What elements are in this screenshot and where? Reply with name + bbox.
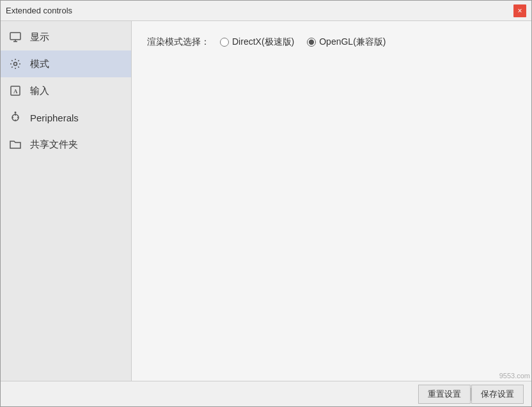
title-bar: Extended controls × (1, 1, 531, 21)
close-button[interactable]: × (513, 4, 526, 17)
svg-point-3 (14, 63, 17, 66)
save-button[interactable]: 保存设置 (471, 385, 524, 404)
watermark: 9553.com (499, 372, 530, 380)
sidebar-label-input: 输入 (30, 85, 49, 97)
peripherals-icon (8, 111, 22, 125)
radio-option-directx[interactable]: DirectX(极速版) (220, 36, 294, 48)
radio-opengl[interactable] (307, 38, 316, 47)
monitor-icon (8, 30, 22, 44)
radio-opengl-label: OpenGL(兼容版) (319, 36, 386, 48)
radio-directx-label: DirectX(极速版) (232, 36, 294, 48)
svg-point-7 (15, 112, 17, 114)
main-panel: 渲染模式选择： DirectX(极速版) OpenGL(兼容版) 9553.co… (132, 21, 531, 381)
sidebar-item-mode[interactable]: 模式 (1, 50, 131, 77)
sidebar-item-display[interactable]: 显示 (1, 24, 131, 50)
radio-option-opengl[interactable]: OpenGL(兼容版) (307, 36, 386, 48)
radio-directx[interactable] (220, 38, 229, 47)
sidebar-label-peripherals: Peripherals (30, 112, 79, 123)
svg-text:A: A (13, 88, 18, 95)
sidebar-label-mode: 模式 (30, 58, 49, 70)
reset-button[interactable]: 重置设置 (418, 385, 471, 404)
sidebar-item-input[interactable]: A 输入 (1, 77, 131, 104)
sidebar-item-peripherals[interactable]: Peripherals (1, 104, 131, 131)
sidebar-label-display: 显示 (30, 31, 49, 43)
svg-rect-0 (10, 33, 20, 40)
footer: 重置设置 保存设置 (1, 381, 531, 406)
window-title: Extended controls (6, 6, 72, 15)
gear-icon (8, 57, 22, 71)
input-icon: A (8, 84, 22, 98)
sidebar-label-shared-folder: 共享文件夹 (30, 139, 78, 151)
extended-controls-window: Extended controls × 显示 (0, 0, 532, 407)
sidebar-item-shared-folder[interactable]: 共享文件夹 (1, 131, 131, 158)
folder-icon (8, 137, 22, 151)
render-mode-row: 渲染模式选择： DirectX(极速版) OpenGL(兼容版) (147, 36, 516, 48)
render-mode-label: 渲染模式选择： (147, 36, 210, 48)
render-mode-radio-group: DirectX(极速版) OpenGL(兼容版) (220, 36, 386, 48)
content-area: 显示 模式 A 输入 (1, 21, 531, 381)
sidebar: 显示 模式 A 输入 (1, 21, 132, 381)
